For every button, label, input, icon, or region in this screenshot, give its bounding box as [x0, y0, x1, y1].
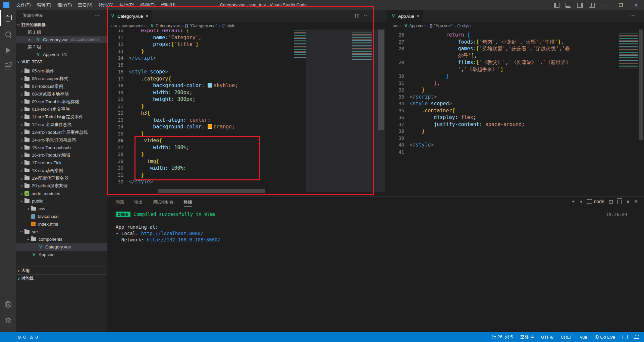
- tree-item-18-src-动画案例[interactable]: ›18-src-动画案例: [16, 167, 107, 174]
- code-line[interactable]: 36 display: flex;: [387, 114, 618, 121]
- editor1-horizontal-scrollbar[interactable]: [158, 189, 265, 193]
- close-tab-icon[interactable]: ×: [146, 13, 148, 19]
- close-panel-icon[interactable]: ✕: [634, 199, 638, 204]
- tree-item-13-src-TodoList全局事件总线[interactable]: ›13-src-TodoList全局事件总线: [16, 128, 107, 136]
- code-line[interactable]: 33</script>: [387, 94, 618, 101]
- tree-item-08-浏览器本地存储[interactable]: ›08-浏览器本地存储: [16, 90, 107, 98]
- panel-tab-输出[interactable]: 输出: [134, 199, 143, 205]
- tree-item-06-src-scoped样式[interactable]: ›06-src-scoped样式: [16, 75, 107, 83]
- tree-item-Category-vue[interactable]: VCategory.vue: [16, 243, 107, 251]
- menu-s[interactable]: 选择(S): [54, 0, 75, 10]
- code-line[interactable]: 27 foods:['烤肉','小龙虾','火锅','牛排'],: [387, 39, 618, 46]
- encoding[interactable]: UTF-8: [541, 335, 553, 340]
- tree-item-favicon-ico[interactable]: favicon.ico: [16, 213, 107, 220]
- tree-item-App-vue[interactable]: VApp.vue: [16, 251, 107, 259]
- breadcrumb-item[interactable]: src: [393, 23, 398, 28]
- close-button[interactable]: ✕: [629, 0, 644, 10]
- cursor-position[interactable]: 行 26, 列 5: [492, 334, 513, 340]
- minimize-button[interactable]: ─: [598, 0, 613, 10]
- split-terminal-icon[interactable]: ◫: [609, 199, 613, 204]
- toggle-sidebar-icon[interactable]: [554, 3, 559, 8]
- tree-item-09-src-TodoList本地存储[interactable]: ›09-src-TodoList本地存储: [16, 98, 107, 106]
- tree-item-index-html[interactable]: 5index.html: [16, 220, 107, 228]
- tree-item-12-src-全局事件总线[interactable]: ›12-src-全局事件总线: [16, 121, 107, 129]
- settings-gear-icon[interactable]: ⚙: [0, 312, 16, 329]
- eol-setting[interactable]: CRLF: [561, 335, 572, 340]
- code-line[interactable]: 34<style scoped>: [387, 100, 618, 107]
- tree-item-17-src-nextTick[interactable]: ›17-src-nextTick: [16, 159, 107, 167]
- breadcrumb-item[interactable]: {}"App.vue": [429, 23, 452, 28]
- code-line[interactable]: 尔号'],: [387, 52, 618, 59]
- breadcrumb-item[interactable]: {}"Category.vue": [185, 23, 217, 28]
- menu-g[interactable]: 转到(G): [96, 0, 117, 10]
- panel-tab-终端[interactable]: 终端: [184, 199, 192, 207]
- open-editors-header[interactable]: › 打开的编辑器: [16, 21, 107, 28]
- breadcrumb-item[interactable]: ⬡style: [457, 23, 471, 28]
- code-line[interactable]: ','《举起手来》']: [387, 66, 618, 73]
- toggle-secondary-sidebar-icon[interactable]: [577, 3, 583, 8]
- more-actions-icon[interactable]: ⋯: [630, 13, 635, 19]
- editor2-vertical-scrollbar[interactable]: [639, 30, 643, 140]
- new-terminal-icon[interactable]: ＋: [571, 198, 576, 205]
- color-swatch[interactable]: [208, 124, 212, 129]
- more-actions-icon[interactable]: ⋯: [364, 13, 369, 19]
- code-line[interactable]: 41: [387, 149, 618, 156]
- terminal-dropdown-icon[interactable]: ∨: [580, 199, 583, 204]
- tree-item-05-src-插件[interactable]: ›05-src-插件: [16, 67, 107, 75]
- panel-tab-问题[interactable]: 问题: [116, 199, 124, 205]
- code-line[interactable]: 40</style>: [387, 141, 618, 149]
- terminal-shell-selector[interactable]: node: [587, 199, 604, 204]
- breadcrumb-item[interactable]: VApp.vue: [403, 23, 425, 28]
- terminal-output[interactable]: DONECompiled successfully in 97ms App ru…: [116, 211, 220, 243]
- open-editor-category-vue[interactable]: ×VCategory.vuesrc\components: [16, 36, 107, 43]
- sidebar-section-大纲[interactable]: ›大纲: [16, 267, 107, 274]
- tree-item-20-github搜索案例[interactable]: ›20-github搜索案例: [16, 182, 107, 190]
- code-line[interactable]: 26 return {: [387, 32, 618, 39]
- breadcrumb-item[interactable]: src: [111, 23, 117, 28]
- menu-e[interactable]: 编辑(E): [34, 0, 54, 10]
- extensions-icon[interactable]: [0, 58, 16, 74]
- tree-item-010-src-自定义事件[interactable]: ›010-src-自定义事件: [16, 106, 107, 113]
- sidebar-section-时间线[interactable]: ›时间线: [16, 274, 107, 282]
- customize-layout-icon[interactable]: [589, 3, 595, 8]
- sidebar-more-actions-icon[interactable]: ⋯: [94, 10, 99, 21]
- code-line[interactable]: 31 },: [387, 80, 618, 87]
- notifications-bell-icon[interactable]: [635, 335, 639, 338]
- editor2-breadcrumb[interactable]: src›VApp.vue›{}"App.vue"›⬡style: [387, 22, 644, 30]
- indent-setting[interactable]: 空格: 4: [520, 334, 534, 340]
- breadcrumb-item[interactable]: VCategory.vue: [149, 23, 180, 28]
- editor2-minimap[interactable]: [619, 34, 638, 68]
- code-line[interactable]: 28 games:['英雄联盟','连连看','穿越火线','赛: [387, 45, 618, 52]
- close-tab-icon[interactable]: ×: [417, 13, 420, 19]
- code-line[interactable]: 38 }: [387, 128, 618, 135]
- code-line[interactable]: 35 .container{: [387, 107, 618, 114]
- tab-app-vue[interactable]: V App.vue ×: [387, 10, 423, 22]
- problems-status[interactable]: ⊘0 ⚠0: [17, 335, 38, 340]
- editor1-minimap[interactable]: [294, 31, 306, 60]
- restore-button[interactable]: ❐: [613, 0, 629, 10]
- code-line[interactable]: 39: [387, 135, 618, 142]
- kill-terminal-icon[interactable]: [618, 200, 622, 204]
- search-icon[interactable]: [0, 26, 16, 42]
- tree-item-19-配置代理服务器[interactable]: ›19-配置代理服务器: [16, 174, 107, 182]
- code-line[interactable]: 37 justify-content: space-around;: [387, 121, 618, 128]
- tree-item-15-src-Todo-pubsub[interactable]: ›15-src-Todo-pubsub: [16, 144, 107, 152]
- tree-item-css[interactable]: ›css: [16, 205, 107, 213]
- split-editor-icon[interactable]: ◫: [355, 13, 360, 19]
- menu-h[interactable]: 帮助(H): [158, 0, 178, 10]
- tab-category-vue[interactable]: V Category.vue ×: [107, 10, 152, 22]
- tree-item-16-src-TodoList编辑[interactable]: ›16-src-TodoList编辑: [16, 152, 107, 159]
- language-mode[interactable]: Vue: [580, 335, 587, 340]
- maximize-panel-icon[interactable]: ∧: [626, 199, 630, 204]
- tree-item-src[interactable]: ›src: [16, 228, 107, 236]
- editor2-code-area[interactable]: 26 return {27 foods:['烤肉','小龙虾','火锅','牛排…: [387, 30, 618, 196]
- tree-item-components[interactable]: ›components: [16, 236, 107, 243]
- tree-item-11-src-TodoList自定义事件[interactable]: ›11-src-TodoList自定义事件: [16, 113, 107, 121]
- tree-item-public[interactable]: ›public: [16, 197, 107, 205]
- tree-item-07-TodoList案例[interactable]: ›07-TodoList案例: [16, 83, 107, 91]
- tree-item-node_modules[interactable]: ›JSnode_modules: [16, 190, 107, 197]
- project-root-header[interactable]: › VUE_TEST: [16, 58, 107, 66]
- code-line[interactable]: 32 }: [387, 87, 618, 94]
- menu-t[interactable]: 终端(T): [137, 0, 158, 10]
- open-editor-app-vue[interactable]: VApp.vuesrc: [16, 51, 107, 58]
